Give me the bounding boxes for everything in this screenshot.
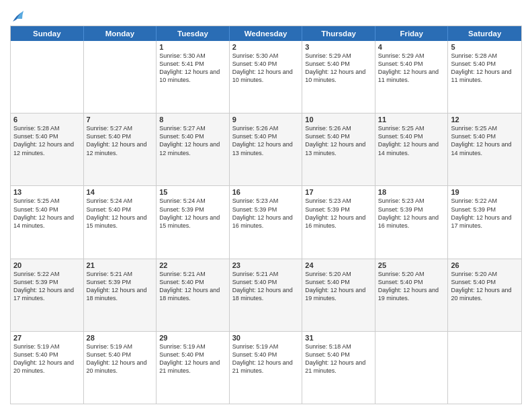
day-cell-27: 27Sunrise: 5:19 AM Sunset: 5:40 PM Dayli… <box>11 332 84 404</box>
day-number: 20 <box>13 261 81 269</box>
day-of-week-tuesday: Tuesday <box>157 26 230 41</box>
day-number: 17 <box>305 188 372 196</box>
day-info: Sunrise: 5:23 AM Sunset: 5:39 PM Dayligh… <box>378 197 439 228</box>
day-number: 14 <box>87 188 154 196</box>
day-number: 2 <box>232 43 300 51</box>
day-info: Sunrise: 5:22 AM Sunset: 5:39 PM Dayligh… <box>451 197 511 228</box>
day-info: Sunrise: 5:29 AM Sunset: 5:40 PM Dayligh… <box>305 52 365 83</box>
day-number: 8 <box>159 116 226 124</box>
day-cell-25: 25Sunrise: 5:20 AM Sunset: 5:40 PM Dayli… <box>375 259 449 331</box>
day-info: Sunrise: 5:25 AM Sunset: 5:40 PM Dayligh… <box>378 125 439 156</box>
day-cell-2: 2Sunrise: 5:30 AM Sunset: 5:40 PM Daylig… <box>230 41 303 113</box>
day-info: Sunrise: 5:21 AM Sunset: 5:39 PM Dayligh… <box>87 271 147 302</box>
day-cell-8: 8Sunrise: 5:27 AM Sunset: 5:40 PM Daylig… <box>157 113 230 185</box>
day-info: Sunrise: 5:25 AM Sunset: 5:40 PM Dayligh… <box>451 125 511 156</box>
day-of-week-friday: Friday <box>375 26 449 41</box>
day-cell-9: 9Sunrise: 5:26 AM Sunset: 5:40 PM Daylig… <box>230 113 303 185</box>
day-number: 27 <box>13 334 81 342</box>
day-number: 16 <box>232 188 300 196</box>
day-cell-18: 18Sunrise: 5:23 AM Sunset: 5:39 PM Dayli… <box>375 186 449 258</box>
day-number: 1 <box>159 43 226 51</box>
calendar-row-5: 27Sunrise: 5:19 AM Sunset: 5:40 PM Dayli… <box>11 331 521 404</box>
day-info: Sunrise: 5:26 AM Sunset: 5:40 PM Dayligh… <box>305 125 365 156</box>
day-of-week-wednesday: Wednesday <box>230 26 303 41</box>
day-number: 11 <box>378 116 445 124</box>
day-info: Sunrise: 5:28 AM Sunset: 5:40 PM Dayligh… <box>13 125 74 156</box>
day-cell-3: 3Sunrise: 5:29 AM Sunset: 5:40 PM Daylig… <box>302 41 375 113</box>
day-number: 21 <box>87 261 154 269</box>
day-cell-11: 11Sunrise: 5:25 AM Sunset: 5:40 PM Dayli… <box>375 113 449 185</box>
day-info: Sunrise: 5:27 AM Sunset: 5:40 PM Dayligh… <box>87 125 147 156</box>
empty-cell <box>84 41 157 113</box>
day-number: 25 <box>378 261 445 269</box>
day-cell-5: 5Sunrise: 5:28 AM Sunset: 5:40 PM Daylig… <box>448 41 521 113</box>
day-number: 28 <box>87 334 154 342</box>
day-number: 3 <box>305 43 372 51</box>
day-number: 5 <box>451 43 519 51</box>
day-info: Sunrise: 5:18 AM Sunset: 5:40 PM Dayligh… <box>305 343 365 374</box>
day-cell-6: 6Sunrise: 5:28 AM Sunset: 5:40 PM Daylig… <box>11 113 84 185</box>
day-number: 15 <box>159 188 226 196</box>
day-info: Sunrise: 5:30 AM Sunset: 5:41 PM Dayligh… <box>159 52 220 83</box>
day-number: 13 <box>13 188 81 196</box>
day-info: Sunrise: 5:20 AM Sunset: 5:40 PM Dayligh… <box>305 271 365 302</box>
day-number: 26 <box>451 261 519 269</box>
day-number: 30 <box>232 334 300 342</box>
calendar-body: 1Sunrise: 5:30 AM Sunset: 5:41 PM Daylig… <box>11 41 521 404</box>
day-cell-14: 14Sunrise: 5:24 AM Sunset: 5:40 PM Dayli… <box>84 186 157 258</box>
day-info: Sunrise: 5:20 AM Sunset: 5:40 PM Dayligh… <box>451 271 511 302</box>
day-cell-12: 12Sunrise: 5:25 AM Sunset: 5:40 PM Dayli… <box>448 113 521 185</box>
day-of-week-thursday: Thursday <box>302 26 375 41</box>
day-info: Sunrise: 5:23 AM Sunset: 5:39 PM Dayligh… <box>305 197 365 228</box>
day-cell-29: 29Sunrise: 5:19 AM Sunset: 5:40 PM Dayli… <box>157 332 230 404</box>
day-of-week-monday: Monday <box>84 26 157 41</box>
day-info: Sunrise: 5:30 AM Sunset: 5:40 PM Dayligh… <box>232 52 293 83</box>
day-cell-16: 16Sunrise: 5:23 AM Sunset: 5:39 PM Dayli… <box>230 186 303 258</box>
day-cell-4: 4Sunrise: 5:29 AM Sunset: 5:40 PM Daylig… <box>375 41 449 113</box>
day-number: 24 <box>305 261 372 269</box>
empty-cell <box>11 41 84 113</box>
day-cell-20: 20Sunrise: 5:22 AM Sunset: 5:39 PM Dayli… <box>11 259 84 331</box>
day-info: Sunrise: 5:26 AM Sunset: 5:40 PM Dayligh… <box>232 125 293 156</box>
calendar: SundayMondayTuesdayWednesdayThursdayFrid… <box>10 26 522 404</box>
calendar-row-1: 1Sunrise: 5:30 AM Sunset: 5:41 PM Daylig… <box>11 41 521 113</box>
day-info: Sunrise: 5:29 AM Sunset: 5:40 PM Dayligh… <box>378 52 439 83</box>
day-number: 29 <box>159 334 226 342</box>
day-number: 10 <box>305 116 372 124</box>
empty-cell <box>375 332 449 404</box>
day-cell-1: 1Sunrise: 5:30 AM Sunset: 5:41 PM Daylig… <box>157 41 230 113</box>
day-of-week-saturday: Saturday <box>448 26 521 41</box>
day-number: 23 <box>232 261 300 269</box>
day-info: Sunrise: 5:19 AM Sunset: 5:40 PM Dayligh… <box>87 343 147 374</box>
day-info: Sunrise: 5:19 AM Sunset: 5:40 PM Dayligh… <box>232 343 293 374</box>
day-cell-28: 28Sunrise: 5:19 AM Sunset: 5:40 PM Dayli… <box>84 332 157 404</box>
day-cell-26: 26Sunrise: 5:20 AM Sunset: 5:40 PM Dayli… <box>448 259 521 331</box>
day-info: Sunrise: 5:24 AM Sunset: 5:39 PM Dayligh… <box>159 197 220 228</box>
day-info: Sunrise: 5:28 AM Sunset: 5:40 PM Dayligh… <box>451 52 511 83</box>
day-number: 6 <box>13 116 81 124</box>
day-cell-7: 7Sunrise: 5:27 AM Sunset: 5:40 PM Daylig… <box>84 113 157 185</box>
day-info: Sunrise: 5:21 AM Sunset: 5:40 PM Dayligh… <box>232 271 293 302</box>
day-info: Sunrise: 5:25 AM Sunset: 5:40 PM Dayligh… <box>13 197 74 228</box>
day-number: 12 <box>451 116 519 124</box>
day-cell-22: 22Sunrise: 5:21 AM Sunset: 5:40 PM Dayli… <box>157 259 230 331</box>
day-info: Sunrise: 5:21 AM Sunset: 5:40 PM Dayligh… <box>159 271 220 302</box>
calendar-header: SundayMondayTuesdayWednesdayThursdayFrid… <box>11 26 521 41</box>
day-number: 22 <box>159 261 226 269</box>
day-cell-31: 31Sunrise: 5:18 AM Sunset: 5:40 PM Dayli… <box>302 332 375 404</box>
day-number: 18 <box>378 188 445 196</box>
day-cell-17: 17Sunrise: 5:23 AM Sunset: 5:39 PM Dayli… <box>302 186 375 258</box>
day-cell-13: 13Sunrise: 5:25 AM Sunset: 5:40 PM Dayli… <box>11 186 84 258</box>
day-number: 19 <box>451 188 519 196</box>
logo-bird-icon <box>11 9 24 24</box>
logo <box>10 9 24 21</box>
day-info: Sunrise: 5:23 AM Sunset: 5:39 PM Dayligh… <box>232 197 293 228</box>
header <box>10 7 522 21</box>
day-cell-21: 21Sunrise: 5:21 AM Sunset: 5:39 PM Dayli… <box>84 259 157 331</box>
calendar-row-3: 13Sunrise: 5:25 AM Sunset: 5:40 PM Dayli… <box>11 185 521 258</box>
day-number: 9 <box>232 116 300 124</box>
day-info: Sunrise: 5:19 AM Sunset: 5:40 PM Dayligh… <box>13 343 74 374</box>
day-cell-10: 10Sunrise: 5:26 AM Sunset: 5:40 PM Dayli… <box>302 113 375 185</box>
day-info: Sunrise: 5:24 AM Sunset: 5:40 PM Dayligh… <box>87 197 147 228</box>
day-cell-19: 19Sunrise: 5:22 AM Sunset: 5:39 PM Dayli… <box>448 186 521 258</box>
